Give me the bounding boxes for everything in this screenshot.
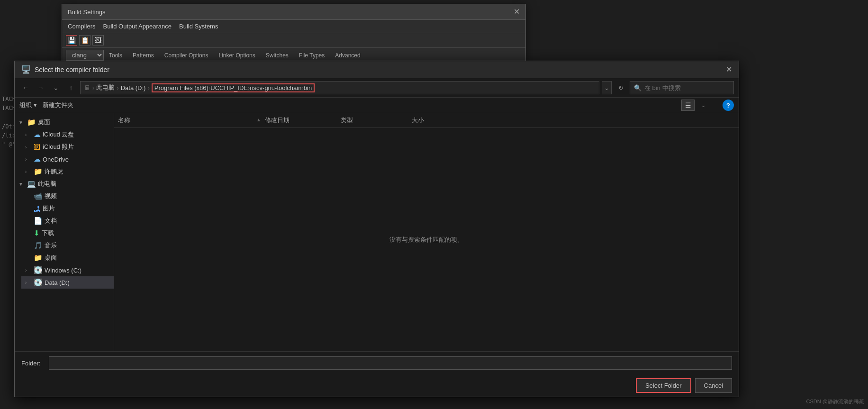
expand-icon: ›: [25, 157, 32, 162]
sidebar-label: 下载: [42, 229, 54, 237]
video-icon: 📹: [34, 192, 43, 200]
breadcrumb-toolchain[interactable]: riscv-gnu-toolchain: [250, 84, 301, 91]
build-settings-menu: Compilers Build Output Appearance Build …: [62, 20, 525, 33]
new-folder-button[interactable]: 新建文件夹: [43, 101, 73, 109]
sidebar-label: iCloud 照片: [43, 143, 74, 151]
tab-advanced[interactable]: Advanced: [330, 50, 365, 61]
toolbar-save-button[interactable]: 💾: [66, 35, 77, 45]
csdn-watermark: CSDN @静静流淌的稀疏: [806, 398, 864, 405]
help-button[interactable]: ?: [723, 100, 734, 111]
view-list-button[interactable]: ☰: [681, 100, 695, 111]
compiler-select[interactable]: clang: [66, 50, 104, 61]
sidebar-item-desktop-top[interactable]: ▼ 📁 桌面: [15, 116, 114, 128]
breadcrumb-this-pc[interactable]: 此电脑: [96, 83, 115, 92]
sidebar-label: 音乐: [45, 241, 57, 250]
folder-dialog-title-text: Select the compiler folder: [35, 66, 109, 73]
search-input[interactable]: [644, 84, 730, 91]
menu-build-output[interactable]: Build Output Appearance: [103, 23, 172, 30]
folder-icon: 📁: [34, 167, 43, 176]
menu-compilers[interactable]: Compilers: [68, 23, 96, 30]
sidebar-label: 此电脑: [38, 180, 56, 188]
build-settings-dialog: Build Settings ✕ Compilers Build Output …: [62, 4, 526, 63]
music-icon: 🎵: [34, 241, 43, 250]
nav-up-button[interactable]: ↑: [65, 82, 77, 94]
folder-title-icon: 🖥️: [21, 65, 31, 74]
build-settings-close-button[interactable]: ✕: [514, 8, 520, 16]
sidebar-item-desktop-sub[interactable]: 📁 桌面: [21, 252, 114, 264]
breadcrumb-bin[interactable]: bin: [304, 84, 312, 91]
sidebar-item-windows-c[interactable]: › 💽 Windows (C:): [21, 264, 114, 276]
tab-tools[interactable]: Tools: [104, 50, 127, 61]
sidebar-label: OneDrive: [43, 156, 69, 163]
folder-dialog-close-button[interactable]: ✕: [726, 66, 732, 73]
search-box[interactable]: 🔍: [630, 81, 734, 94]
breadcrumb-data-d[interactable]: Data (D:): [121, 84, 146, 91]
expand-icon: ▼: [18, 120, 25, 125]
sidebar-item-music[interactable]: 🎵 音乐: [21, 239, 114, 252]
toolbar-copy-button[interactable]: 📋: [79, 35, 90, 45]
folder-icon: 📁: [34, 254, 43, 262]
folder-dialog-titlebar: 🖥️ Select the compiler folder ✕: [15, 61, 739, 78]
sidebar-label: Data (D:): [45, 279, 70, 286]
tab-switches[interactable]: Switches: [261, 50, 294, 61]
onedrive-icon: ☁: [34, 155, 41, 164]
folder-dialog: 🖥️ Select the compiler folder ✕ ← → ⌄ ↑ …: [14, 61, 739, 397]
select-folder-button[interactable]: Select Folder: [636, 378, 691, 393]
organize-label: 组织 ▾: [19, 101, 37, 109]
folder-label: Folder:: [21, 360, 45, 367]
tab-file-types[interactable]: File Types: [294, 50, 330, 61]
sidebar-item-icloud-drive[interactable]: › ☁ iCloud 云盘: [21, 128, 114, 141]
sidebar-label: 图片: [43, 204, 55, 213]
folder-buttons-row: Select Folder Cancel: [15, 374, 739, 397]
organize-button[interactable]: 组织 ▾: [19, 101, 37, 109]
expand-icon: ›: [25, 280, 32, 285]
sidebar-item-video[interactable]: 📹 视频: [21, 190, 114, 202]
expand-icon: ›: [25, 145, 32, 150]
sidebar-item-onedrive[interactable]: › ☁ OneDrive: [21, 153, 114, 165]
new-folder-label: 新建文件夹: [43, 101, 73, 109]
path-dropdown-button[interactable]: ⌄: [602, 81, 612, 94]
sidebar-label: 桌面: [38, 118, 50, 127]
breadcrumb-ucchip[interactable]: UCCHIP_IDE: [210, 84, 248, 91]
toolbar-screenshot-button[interactable]: 🖼: [92, 35, 104, 45]
pictures-icon: 🏞: [34, 205, 41, 213]
sidebar-label: Windows (C:): [45, 267, 81, 274]
sidebar-item-data-d[interactable]: › 💽 Data (D:): [21, 276, 114, 289]
tab-compiler-options[interactable]: Compiler Options: [159, 50, 214, 61]
downloads-icon: ⬇: [34, 229, 40, 237]
menu-build-systems[interactable]: Build Systems: [179, 23, 218, 30]
sidebar-item-documents[interactable]: 📄 文档: [21, 215, 114, 227]
tab-patterns[interactable]: Patterns: [127, 50, 159, 61]
nav-dropdown-button[interactable]: ⌄: [50, 82, 62, 94]
build-settings-title: Build Settings: [68, 9, 106, 16]
sidebar-item-downloads[interactable]: ⬇ 下载: [21, 227, 114, 239]
cancel-button[interactable]: Cancel: [695, 378, 732, 393]
sidebar-label: 桌面: [45, 254, 57, 262]
view-dropdown[interactable]: ⌄: [701, 102, 705, 109]
expand-icon: ›: [25, 132, 32, 137]
icloud-drive-icon: ☁: [34, 130, 41, 139]
folder-path-input[interactable]: [49, 356, 732, 370]
col-header-type[interactable]: 类型: [337, 115, 408, 126]
breadcrumb-program-files[interactable]: Program Files (x86): [154, 84, 208, 91]
drive-c-icon: 💽: [34, 266, 43, 274]
sidebar-item-xph[interactable]: › 📁 许鹏虎: [21, 165, 114, 178]
nav-forward-button[interactable]: →: [35, 82, 47, 94]
col-header-date[interactable]: 修改日期: [261, 115, 337, 126]
sidebar-item-icloud-photos[interactable]: › 🖼 iCloud 照片: [21, 141, 114, 153]
expand-icon: ›: [25, 268, 32, 273]
col-header-name[interactable]: 名称: [114, 115, 256, 126]
tab-linker-options[interactable]: Linker Options: [213, 50, 260, 61]
breadcrumb-path: 🖩 › 此电脑 › Data (D:) › Program Files (x86…: [80, 81, 599, 94]
refresh-button[interactable]: ↻: [615, 82, 627, 94]
sidebar-item-pictures[interactable]: 🏞 图片: [21, 202, 114, 215]
sidebar-item-this-pc[interactable]: ▼ 💻 此电脑: [15, 178, 114, 190]
computer-icon: 💻: [27, 180, 36, 188]
sidebar-label: 视频: [45, 192, 57, 200]
folder-input-row: Folder:: [15, 352, 739, 374]
col-header-size[interactable]: 大小: [408, 115, 465, 126]
address-bar: ← → ⌄ ↑ 🖩 › 此电脑 › Data (D:) › Program Fi…: [15, 78, 739, 98]
nav-back-button[interactable]: ←: [19, 82, 32, 94]
file-list-area: 名称 ▲ 修改日期 类型 大小 没有与搜索条件匹配的项。: [114, 113, 739, 351]
sidebar-label: iCloud 云盘: [43, 130, 74, 139]
